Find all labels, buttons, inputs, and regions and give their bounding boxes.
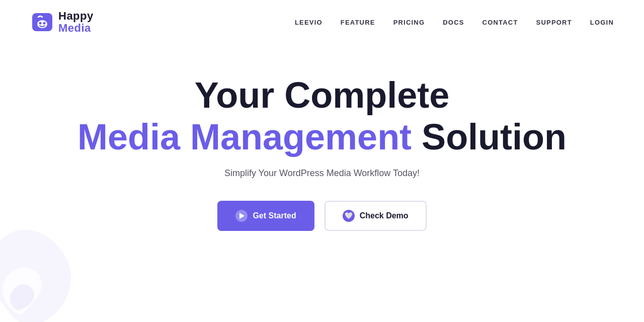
- nav-contact[interactable]: CONTACT: [482, 19, 518, 26]
- nav-leevio[interactable]: LEEVIO: [295, 19, 323, 26]
- svg-point-2: [39, 22, 42, 25]
- logo[interactable]: Happy Media: [30, 10, 94, 34]
- logo-icon: [30, 10, 54, 34]
- nav-login[interactable]: LOGIN: [590, 19, 614, 26]
- nav-docs[interactable]: DOCS: [443, 19, 464, 26]
- face-icon: 🤍: [345, 212, 353, 219]
- nav-support[interactable]: SUPPORT: [536, 19, 572, 26]
- main-nav: LEEVIO FEATURE PRICING DOCS CONTACT SUPP…: [295, 19, 614, 26]
- hero-section: Your Complete Media Management Solution …: [0, 44, 644, 231]
- header: Happy Media LEEVIO FEATURE PRICING DOCS …: [0, 0, 644, 44]
- hero-title: Your Complete Media Management Solution: [77, 74, 567, 158]
- get-started-icon: [235, 210, 248, 222]
- hero-buttons: Get Started 🤍 Check Demo: [217, 201, 426, 231]
- logo-media: Media: [58, 22, 94, 34]
- get-started-button[interactable]: Get Started: [217, 201, 314, 231]
- get-started-label: Get Started: [253, 211, 296, 220]
- logo-happy: Happy: [58, 10, 94, 22]
- check-demo-button[interactable]: 🤍 Check Demo: [325, 201, 427, 231]
- hero-title-highlight: Media Management: [77, 117, 412, 157]
- play-icon: [239, 213, 245, 219]
- logo-text: Happy Media: [58, 10, 94, 34]
- hero-title-line1: Your Complete: [195, 75, 450, 115]
- hero-subtitle: Simplify Your WordPress Media Workflow T…: [224, 168, 420, 179]
- nav-pricing[interactable]: PRICING: [393, 19, 425, 26]
- check-demo-label: Check Demo: [360, 211, 409, 220]
- svg-point-3: [43, 22, 46, 25]
- hero-title-line2: Solution: [422, 117, 567, 157]
- check-demo-icon: 🤍: [343, 210, 355, 222]
- nav-feature[interactable]: FEATURE: [341, 19, 375, 26]
